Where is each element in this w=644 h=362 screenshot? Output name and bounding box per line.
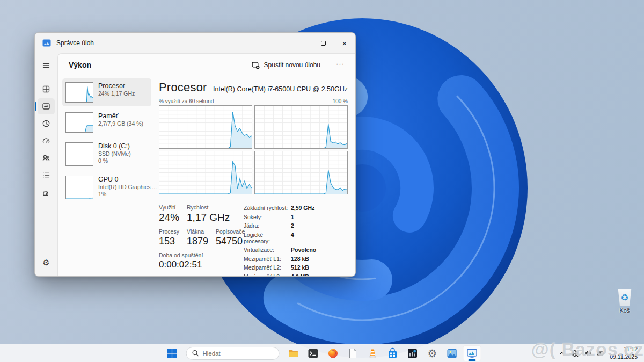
- cpu-chart-core-3: [159, 151, 252, 194]
- recycle-bin-icon: ♻: [617, 289, 632, 306]
- detail-row: Jádra:2: [244, 222, 348, 229]
- more-options-button[interactable]: ···: [331, 59, 350, 71]
- search-icon: [192, 350, 199, 357]
- terminal-icon: [308, 347, 319, 359]
- firefox-button[interactable]: [324, 345, 342, 361]
- list-item-disk[interactable]: Disk 0 (C:) SSD (NVMe) 0 %: [62, 139, 151, 170]
- recycle-icon: ♻: [620, 293, 628, 302]
- maximize-button[interactable]: [312, 33, 334, 53]
- list-item-title: Paměť: [98, 112, 143, 120]
- stat-speed: Rychlost 1,17 GHz: [187, 204, 230, 223]
- detail-row: Virtualizace:Povoleno: [244, 247, 348, 253]
- list-item-sub: Intel(R) HD Graphics ...: [98, 184, 148, 190]
- titlebar[interactable]: Správce úloh – ×: [35, 33, 355, 53]
- minimize-button[interactable]: –: [291, 33, 312, 53]
- monitor-app-button[interactable]: [404, 345, 422, 361]
- detail-row: Sokety:1: [244, 214, 348, 220]
- sidebar-item-details[interactable]: [38, 167, 55, 183]
- detail-row: Mezipaměť L1:128 kB: [244, 256, 348, 262]
- close-button[interactable]: ×: [334, 33, 355, 53]
- list-item-memory[interactable]: Paměť 2,7/7,9 GB (34 %): [62, 108, 151, 136]
- battery-button[interactable]: [595, 346, 606, 361]
- services-icon: [42, 188, 50, 197]
- clock-time: 11:12: [610, 346, 638, 353]
- list-item-title: GPU 0: [98, 176, 148, 183]
- stat-threads: Vlákna 1879: [187, 228, 208, 247]
- minimize-icon: –: [299, 39, 303, 47]
- list-item-cpu[interactable]: Procesor 24% 1,17 GHz: [62, 78, 151, 106]
- cpu-chart-core-1: [159, 105, 252, 149]
- chart-axis-max: 100 %: [333, 98, 348, 104]
- volume-button[interactable]: [582, 346, 594, 361]
- cpu-stats-primary: Využití 24% Rychlost 1,17 GHz: [159, 204, 244, 276]
- sidebar-item-users[interactable]: [38, 150, 55, 166]
- new-task-icon: [252, 61, 260, 69]
- network-button[interactable]: [569, 346, 581, 361]
- desktop: ♻ Koš Správce úloh – ×: [0, 0, 644, 362]
- gear-icon: ⚙: [42, 259, 49, 267]
- recycle-bin-label: Koš: [610, 307, 640, 314]
- maximize-icon: [321, 41, 326, 46]
- system-tray: 11:12 09.11.2025: [556, 344, 641, 362]
- users-icon: [42, 154, 50, 162]
- chart-axis-caption: % využití za 60 sekund: [159, 98, 214, 104]
- menu-button[interactable]: [38, 57, 55, 74]
- cpu-model: Intel(R) Core(TM) i7-6500U CPU @ 2.50GHz: [213, 85, 348, 95]
- list-item-title: Disk 0 (C:): [98, 142, 131, 150]
- cpu-detail-panel: Procesor Intel(R) Core(TM) i7-6500U CPU …: [151, 78, 348, 276]
- task-manager-app-icon: [42, 39, 51, 47]
- settings-gear-icon: ⚙: [428, 348, 437, 359]
- chevron-up-icon: [558, 350, 566, 357]
- bar-chart-app-icon: [407, 347, 419, 359]
- cpu-title: Procesor: [159, 81, 207, 95]
- terminal-button[interactable]: [304, 345, 323, 361]
- run-new-task-button[interactable]: Spustit novou úlohu: [246, 58, 326, 73]
- task-manager-icon: [466, 347, 478, 359]
- sidebar: ⚙: [35, 53, 57, 276]
- vlc-cone-icon: [367, 347, 379, 359]
- details-icon: [42, 171, 50, 179]
- firefox-icon: [327, 347, 339, 359]
- file-explorer-button[interactable]: [284, 345, 303, 361]
- stat-uptime: Doba od spuštění 0:00:02:51: [159, 252, 244, 270]
- windows-logo-icon: [166, 347, 178, 359]
- sidebar-item-processes[interactable]: [38, 81, 55, 97]
- vlc-button[interactable]: [364, 345, 382, 361]
- page-title: Výkon: [69, 61, 91, 69]
- detail-row: Mezipaměť L2:512 kB: [244, 264, 348, 271]
- clock-date: 09.11.2025: [610, 353, 638, 360]
- store-button[interactable]: [384, 345, 402, 361]
- task-manager-taskbar-button[interactable]: [463, 345, 481, 361]
- recycle-bin[interactable]: ♻ Koš: [610, 289, 640, 314]
- taskbar-clock[interactable]: 11:12 09.11.2025: [608, 346, 641, 360]
- list-item-gpu[interactable]: GPU 0 Intel(R) HD Graphics ... 1%: [62, 172, 151, 203]
- list-item-sub: 2,7/7,9 GB (34 %): [98, 120, 143, 127]
- taskbar: ⚙: [0, 344, 644, 362]
- cpu-mini-chart: [65, 82, 93, 103]
- search-input[interactable]: [203, 350, 267, 357]
- photos-app-button[interactable]: [443, 345, 462, 361]
- speaker-icon: [584, 350, 591, 357]
- sidebar-item-performance[interactable]: [38, 98, 55, 114]
- processes-icon: [42, 85, 50, 93]
- list-item-sub: SSD (NVMe): [98, 150, 131, 157]
- detail-row: Logické procesory:4: [244, 231, 348, 244]
- start-button[interactable]: [163, 345, 181, 361]
- cpu-chart-core-2: [254, 105, 348, 149]
- startup-icon: [42, 136, 50, 145]
- libreoffice-button[interactable]: [344, 345, 362, 361]
- history-icon: [42, 119, 50, 128]
- gpu-mini-chart: [65, 176, 93, 199]
- battery-icon: [597, 350, 604, 357]
- performance-icon: [42, 102, 50, 111]
- detail-row: Mezipaměť L3:4,0 MB: [244, 273, 348, 277]
- sidebar-item-services[interactable]: [38, 184, 55, 200]
- settings-app-button[interactable]: ⚙: [423, 345, 442, 361]
- sidebar-item-startup-apps[interactable]: [38, 133, 55, 149]
- tray-overflow-button[interactable]: [556, 346, 568, 361]
- hamburger-icon: [42, 61, 50, 70]
- taskbar-search[interactable]: [186, 347, 280, 360]
- settings-button[interactable]: ⚙: [38, 255, 55, 271]
- photos-app-icon: [447, 347, 458, 359]
- sidebar-item-app-history[interactable]: [38, 115, 55, 132]
